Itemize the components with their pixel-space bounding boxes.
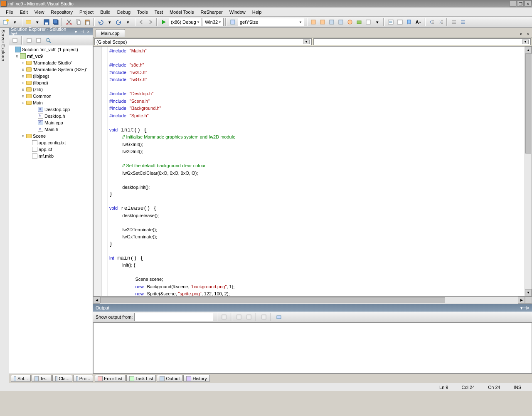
scroll-left-icon[interactable]: ◀ <box>93 297 100 304</box>
nav-back-icon[interactable] <box>137 18 145 26</box>
menu-help[interactable]: Help <box>249 8 265 16</box>
tool-icon-3[interactable] <box>328 18 336 26</box>
tool-icon-2[interactable] <box>318 18 327 26</box>
find-symbol-icon[interactable] <box>229 18 237 26</box>
hscroll-thumb[interactable] <box>100 297 445 303</box>
menu-build[interactable]: Build <box>97 8 113 16</box>
tool-icon-5[interactable] <box>346 18 354 26</box>
start-debug-icon[interactable] <box>160 18 168 26</box>
uncomment-icon[interactable] <box>396 18 404 26</box>
tab-close-icon[interactable]: × <box>525 31 531 37</box>
properties-icon[interactable] <box>11 36 19 45</box>
comment-icon[interactable] <box>387 18 395 26</box>
tree-folder[interactable]: ⊞'Marmalade System (S3E)' <box>9 66 93 73</box>
open-dropdown-icon[interactable]: ▾ <box>33 18 42 26</box>
tree-file-cpp[interactable]: Main.cpp <box>9 119 93 126</box>
undo-icon[interactable] <box>96 18 105 26</box>
save-icon[interactable] <box>42 18 51 26</box>
show-all-icon[interactable] <box>25 36 33 45</box>
platform-combo[interactable]: Win32▼ <box>203 18 224 26</box>
menu-tools[interactable]: Tools <box>134 8 151 16</box>
tab-error-list[interactable]: Error List <box>95 375 126 382</box>
tree-file-txt[interactable]: mf.mkb <box>9 153 93 159</box>
tab-team-explorer[interactable]: Te... <box>32 375 52 382</box>
menu-test[interactable]: Test <box>151 8 166 16</box>
restore-button[interactable]: ❐ <box>517 1 524 7</box>
tree-folder[interactable]: ⊞Scene <box>9 133 93 139</box>
output-find-icon[interactable] <box>220 313 228 321</box>
server-explorer-tab[interactable]: Server Explorer <box>0 28 9 383</box>
tool-icon-1[interactable] <box>309 18 318 26</box>
refresh-icon[interactable] <box>34 36 43 45</box>
tab-solution-explorer[interactable]: Sol... <box>11 375 31 382</box>
tree-file-txt[interactable]: app.config.txt <box>9 139 93 146</box>
tab-property[interactable]: Pro... <box>73 375 93 382</box>
menu-debug[interactable]: Debug <box>114 8 134 16</box>
tree-folder[interactable]: ⊞(zlib) <box>9 86 93 93</box>
new-project-icon[interactable] <box>2 18 10 26</box>
tab-output[interactable]: Output <box>157 375 182 382</box>
menu-modeltools[interactable]: Model Tools <box>166 8 197 16</box>
scope-combo-left[interactable]: (Global Scope)▼ <box>94 38 312 45</box>
tree-folder[interactable]: ⊞(libpng) <box>9 79 93 86</box>
tree-folder[interactable]: ⊞Common <box>9 93 93 99</box>
tree-folder[interactable]: ⊞'Marmalade Studio' <box>9 59 93 66</box>
tree-file-cpp[interactable]: Desktop.cpp <box>9 106 93 113</box>
new-dropdown-icon[interactable]: ▾ <box>11 18 19 26</box>
menu-resharper[interactable]: ReSharper <box>197 8 226 16</box>
solution-tree[interactable]: Solution 'mf_vc9' (1 project) ⊟mf_vc9 ⊞'… <box>9 45 93 374</box>
list-icon-2[interactable] <box>459 18 467 26</box>
outline-gutter[interactable] <box>102 47 108 296</box>
horizontal-scrollbar[interactable]: ◀ ▶ <box>93 297 532 304</box>
tree-file-txt[interactable]: app.icf <box>9 146 93 153</box>
code-editor[interactable]: #include "Main.h" #include "s3e.h" #incl… <box>93 46 532 297</box>
menu-edit[interactable]: Edit <box>17 8 31 16</box>
menu-view[interactable]: View <box>31 8 48 16</box>
nav-fwd-icon[interactable] <box>146 18 155 26</box>
copy-icon[interactable] <box>74 18 82 26</box>
scroll-down-icon[interactable]: ▼ <box>525 289 532 296</box>
save-all-icon[interactable] <box>52 18 60 26</box>
tree-folder[interactable]: ⊞(libjpeg) <box>9 73 93 79</box>
undo-dropdown-icon[interactable]: ▾ <box>106 18 114 26</box>
output-pin-icon[interactable]: ⊣ <box>523 305 527 311</box>
vertical-scrollbar[interactable]: ▲ ▼ <box>525 47 532 296</box>
redo-dropdown-icon[interactable]: ▾ <box>124 18 132 26</box>
minimize-button[interactable]: _ <box>510 1 516 7</box>
indent-in-icon[interactable] <box>436 18 445 26</box>
output-clear-icon[interactable] <box>260 313 268 321</box>
scope-combo-right[interactable]: ▼ <box>313 38 531 45</box>
scroll-up-icon[interactable]: ▲ <box>525 47 532 54</box>
code-text[interactable]: #include "Main.h" #include "s3e.h" #incl… <box>108 47 525 296</box>
menu-window[interactable]: Window <box>226 8 249 16</box>
tab-dropdown-icon[interactable]: ▾ <box>518 31 524 37</box>
scroll-thumb[interactable] <box>525 54 531 154</box>
paste-icon[interactable] <box>83 18 91 26</box>
panel-pin-icon[interactable]: ⊣ <box>79 29 85 35</box>
output-next-icon[interactable] <box>245 313 253 321</box>
bookmark-icon[interactable] <box>405 18 413 26</box>
open-icon[interactable] <box>24 18 32 26</box>
find-combo[interactable]: getYSize▼ <box>238 18 304 26</box>
tree-folder-main[interactable]: ⊟Main <box>9 99 93 106</box>
list-icon-1[interactable] <box>450 18 458 26</box>
output-text[interactable] <box>93 322 532 374</box>
tool-icon-7b[interactable]: ▾ <box>373 18 382 26</box>
editor-gutter[interactable] <box>94 47 102 296</box>
menu-project[interactable]: Project <box>76 8 97 16</box>
tree-project[interactable]: ⊟mf_vc9 <box>9 53 93 59</box>
tab-history[interactable]: History <box>183 375 209 382</box>
output-prev-icon[interactable] <box>235 313 243 321</box>
tab-class-view[interactable]: Cla... <box>52 375 72 382</box>
tool-icon-6[interactable] <box>355 18 363 26</box>
tree-file-h[interactable]: Main.h <box>9 126 93 133</box>
font-size-icon[interactable]: Aa <box>414 18 422 26</box>
tool-icon-7[interactable] <box>364 18 372 26</box>
tool-icon-4[interactable] <box>337 18 345 26</box>
file-tab-main-cpp[interactable]: Main.cpp <box>96 29 125 37</box>
panel-dropdown-icon[interactable]: ▾ <box>73 29 79 35</box>
tree-file-h[interactable]: Desktop.h <box>9 113 93 119</box>
output-wrap-icon[interactable] <box>275 313 283 321</box>
indent-out-icon[interactable] <box>427 18 436 26</box>
panel-close-icon[interactable]: × <box>86 29 91 35</box>
